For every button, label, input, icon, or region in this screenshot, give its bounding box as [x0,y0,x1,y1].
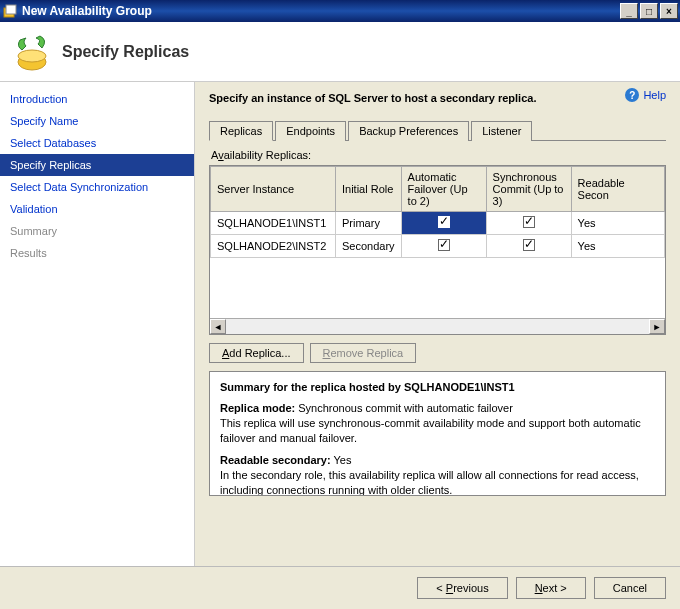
wizard-nav: Introduction Specify Name Select Databas… [0,82,195,566]
cell-role[interactable]: Secondary [336,235,402,258]
instruction-text: Specify an instance of SQL Server to hos… [209,92,666,104]
window-title: New Availability Group [22,4,620,18]
cell-sync-commit[interactable] [486,235,571,258]
cancel-button[interactable]: Cancel [594,577,666,599]
summary-title: Summary for the replica hosted by SQLHAN… [220,380,655,395]
tab-replicas[interactable]: Replicas [209,121,273,141]
table-row: SQLHANODE1\INST1 Primary Yes [211,212,665,235]
minimize-button[interactable]: _ [620,3,638,19]
scroll-right-icon[interactable]: ► [649,319,665,334]
replicas-grid[interactable]: Server Instance Initial Role Automatic F… [209,165,666,335]
nav-specify-name[interactable]: Specify Name [0,110,194,132]
tab-listener[interactable]: Listener [471,121,532,141]
nav-specify-replicas[interactable]: Specify Replicas [0,154,194,176]
cell-auto-failover[interactable] [401,235,486,258]
tab-backup-preferences[interactable]: Backup Preferences [348,121,469,141]
nav-select-data-sync[interactable]: Select Data Synchronization [0,176,194,198]
col-initial-role[interactable]: Initial Role [336,167,402,212]
cell-role[interactable]: Primary [336,212,402,235]
nav-introduction[interactable]: Introduction [0,88,194,110]
tab-strip: Replicas Endpoints Backup Preferences Li… [209,120,666,141]
nav-validation[interactable]: Validation [0,198,194,220]
close-button[interactable]: × [660,3,678,19]
svg-rect-1 [6,5,16,14]
cell-server[interactable]: SQLHANODE2\INST2 [211,235,336,258]
summary-mode-label: Replica mode: [220,402,295,414]
help-icon: ? [625,88,639,102]
availability-replicas-label: Availability Replicas: [211,149,666,161]
cell-readable[interactable]: Yes [571,235,664,258]
nav-results[interactable]: Results [0,242,194,264]
horizontal-scrollbar[interactable]: ◄ ► [210,318,665,334]
nav-select-databases[interactable]: Select Databases [0,132,194,154]
replica-summary-panel: Summary for the replica hosted by SQLHAN… [209,371,666,496]
svg-point-3 [18,50,46,62]
summary-readable-value: Yes [334,454,352,466]
scroll-track[interactable] [226,319,649,334]
help-link[interactable]: Help [643,89,666,101]
next-button[interactable]: Next > [516,577,586,599]
cell-auto-failover[interactable] [401,212,486,235]
cell-sync-commit[interactable] [486,212,571,235]
maximize-button[interactable]: □ [640,3,658,19]
summary-readable-desc: In the secondary role, this availability… [220,469,639,496]
wizard-icon [12,32,52,72]
col-synchronous-commit[interactable]: Synchronous Commit (Up to 3) [486,167,571,212]
page-title: Specify Replicas [62,43,189,61]
table-row: SQLHANODE2\INST2 Secondary Yes [211,235,665,258]
cell-readable[interactable]: Yes [571,212,664,235]
scroll-left-icon[interactable]: ◄ [210,319,226,334]
add-replica-button[interactable]: Add Replica... [209,343,304,363]
cell-server[interactable]: SQLHANODE1\INST1 [211,212,336,235]
nav-summary[interactable]: Summary [0,220,194,242]
summary-mode-desc: This replica will use synchronous-commit… [220,417,641,444]
remove-replica-button[interactable]: Remove Replica [310,343,417,363]
col-server-instance[interactable]: Server Instance [211,167,336,212]
col-automatic-failover[interactable]: Automatic Failover (Up to 2) [401,167,486,212]
previous-button[interactable]: < Previous [417,577,507,599]
col-readable-secondary[interactable]: Readable Secon [571,167,664,212]
summary-readable-label: Readable secondary: [220,454,331,466]
tab-endpoints[interactable]: Endpoints [275,121,346,141]
summary-mode-value: Synchronous commit with automatic failov… [298,402,513,414]
app-icon [2,3,18,19]
